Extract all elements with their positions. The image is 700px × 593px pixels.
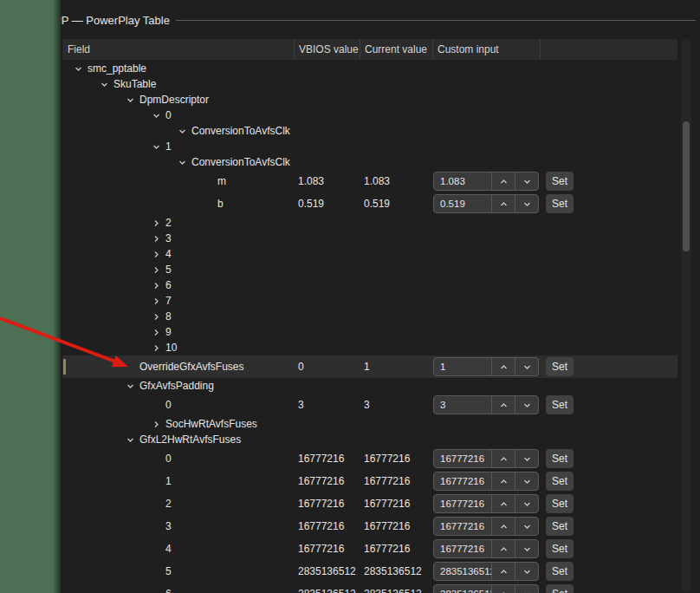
spinner-up-icon[interactable] (491, 518, 515, 535)
table-row[interactable]: 4 (62, 246, 677, 262)
table-row[interactable]: 2167772161677721616777216Set (62, 492, 677, 515)
spinner-down-icon[interactable] (515, 195, 538, 212)
table-row[interactable]: OverrideGfxAvfsFuses011Set (62, 355, 677, 378)
table-row[interactable]: 9 (62, 324, 677, 340)
column-header-field[interactable]: Field (62, 39, 295, 60)
table-row[interactable]: b0.5190.5190.519Set (62, 192, 677, 215)
chevron-down-icon[interactable] (178, 159, 191, 166)
chevron-down-icon[interactable] (75, 65, 88, 73)
chevron-right-icon[interactable] (152, 282, 165, 290)
table-row[interactable]: 2 (62, 215, 677, 231)
chevron-down-icon[interactable] (152, 112, 165, 120)
table-row[interactable]: 3167772161677721616777216Set (62, 515, 677, 538)
column-header-vbios-value[interactable]: VBIOS value (295, 39, 360, 60)
custom-input-spinner[interactable]: 1.083 (433, 172, 539, 191)
custom-input-value[interactable]: 16777216 (434, 453, 491, 464)
table-row[interactable]: 7 (62, 293, 677, 309)
chevron-right-icon[interactable] (152, 297, 165, 305)
set-button[interactable]: Set (546, 584, 574, 593)
spinner-down-icon[interactable] (515, 585, 538, 593)
chevron-down-icon[interactable] (178, 127, 191, 135)
table-row[interactable]: 5 (62, 262, 677, 277)
chevron-down-icon[interactable] (152, 143, 165, 151)
table-row[interactable]: 4167772161677721616777216Set (62, 538, 677, 560)
custom-input-value[interactable]: 2835136512 (434, 589, 491, 593)
custom-input-value[interactable]: 16777216 (434, 521, 491, 531)
table-row[interactable]: smc_pptable (62, 61, 677, 76)
table-row[interactable]: 0167772161677721616777216Set (62, 447, 677, 470)
spinner-up-icon[interactable] (491, 396, 515, 414)
custom-input-spinner[interactable]: 3 (433, 395, 539, 414)
vertical-scrollbar[interactable] (681, 40, 691, 591)
set-button[interactable]: Set (546, 539, 574, 558)
set-button[interactable]: Set (546, 517, 574, 536)
table-row[interactable]: 8 (62, 309, 677, 324)
custom-input-value[interactable]: 0.519 (434, 199, 491, 209)
column-header-current-value[interactable]: Current value (360, 39, 433, 60)
custom-input-value[interactable]: 16777216 (434, 476, 491, 486)
spinner-down-icon[interactable] (515, 540, 538, 557)
custom-input-spinner[interactable]: 16777216 (433, 539, 539, 558)
spinner-down-icon[interactable] (515, 518, 538, 535)
table-row[interactable]: ConversionToAvfsClk (62, 154, 677, 170)
custom-input-value[interactable]: 16777216 (434, 499, 491, 509)
table-row[interactable]: DpmDescriptor (62, 92, 677, 108)
spinner-down-icon[interactable] (515, 495, 538, 512)
table-row[interactable]: 5283513651228351365122835136512Set (62, 560, 677, 583)
table-row[interactable]: m1.0831.0831.083Set (62, 170, 677, 192)
custom-input-spinner[interactable]: 2835136512 (433, 584, 539, 593)
spinner-down-icon[interactable] (515, 396, 538, 414)
table-row[interactable]: ConversionToAvfsClk (62, 123, 677, 139)
spinner-down-icon[interactable] (515, 358, 538, 375)
table-row[interactable]: SocHwRtAvfsFuses (62, 416, 677, 432)
spinner-down-icon[interactable] (515, 472, 538, 490)
set-button[interactable]: Set (546, 449, 574, 468)
custom-input-value[interactable]: 3 (434, 400, 491, 410)
spinner-up-icon[interactable] (491, 173, 515, 190)
set-button[interactable]: Set (546, 472, 574, 491)
chevron-right-icon[interactable] (152, 219, 165, 227)
table-row[interactable]: 0333Set (62, 394, 677, 416)
custom-input-spinner[interactable]: 0.519 (433, 194, 539, 213)
set-button[interactable]: Set (546, 194, 574, 213)
table-row[interactable]: 1 (62, 139, 677, 154)
chevron-down-icon[interactable] (126, 382, 139, 390)
custom-input-value[interactable]: 16777216 (434, 544, 491, 554)
custom-input-spinner[interactable]: 2835136512 (433, 562, 539, 581)
chevron-right-icon[interactable] (152, 266, 165, 274)
custom-input-value[interactable]: 1.083 (434, 176, 491, 186)
chevron-right-icon[interactable] (152, 344, 165, 352)
chevron-right-icon[interactable] (152, 313, 165, 321)
spinner-up-icon[interactable] (491, 563, 515, 580)
set-button[interactable]: Set (546, 395, 574, 414)
custom-input-spinner[interactable]: 16777216 (433, 517, 539, 536)
spinner-down-icon[interactable] (515, 450, 538, 467)
table-row[interactable]: 0 (62, 108, 677, 123)
column-header-custom-input[interactable]: Custom input (433, 39, 541, 60)
table-row[interactable]: 1167772161677721616777216Set (62, 470, 677, 492)
custom-input-spinner[interactable]: 16777216 (433, 472, 539, 491)
table-row[interactable]: 6 (62, 277, 677, 293)
table-row[interactable]: GfxL2HwRtAvfsFuses (62, 432, 677, 447)
chevron-right-icon[interactable] (152, 235, 165, 243)
custom-input-spinner[interactable]: 16777216 (433, 449, 539, 468)
spinner-up-icon[interactable] (491, 540, 515, 557)
set-button[interactable]: Set (546, 357, 574, 376)
chevron-down-icon[interactable] (126, 436, 139, 444)
spinner-up-icon[interactable] (491, 495, 515, 512)
spinner-up-icon[interactable] (491, 358, 515, 375)
spinner-up-icon[interactable] (491, 195, 515, 212)
scrollbar-thumb[interactable] (683, 121, 690, 251)
custom-input-value[interactable]: 1 (434, 362, 491, 372)
spinner-down-icon[interactable] (515, 563, 538, 580)
set-button[interactable]: Set (546, 562, 574, 581)
custom-input-spinner[interactable]: 1 (433, 357, 539, 376)
spinner-down-icon[interactable] (515, 173, 538, 190)
chevron-down-icon[interactable] (100, 81, 113, 88)
table-row[interactable]: 3 (62, 231, 677, 246)
chevron-right-icon[interactable] (152, 329, 165, 336)
custom-input-spinner[interactable]: 16777216 (433, 494, 539, 513)
custom-input-value[interactable]: 2835136512 (434, 566, 491, 577)
table-row[interactable]: 10 (62, 340, 677, 355)
set-button[interactable]: Set (546, 172, 574, 191)
